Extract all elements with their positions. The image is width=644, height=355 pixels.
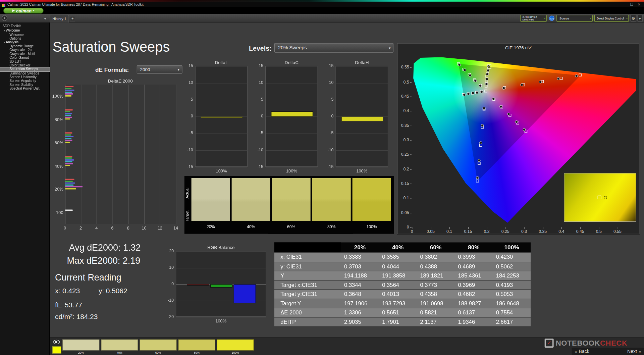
x-tick-mark <box>468 227 468 229</box>
y-tick-mark <box>410 111 412 111</box>
y-tick-mark <box>410 198 412 199</box>
table-cell: 0.3993 <box>455 253 493 261</box>
history-swatch-100[interactable] <box>217 339 254 350</box>
x-tick-label: 4 <box>92 225 101 231</box>
de-formula-dropdown[interactable]: 2000 ▾ <box>137 65 182 73</box>
table-header-row: 20%40%60%80%100% <box>274 242 531 252</box>
table-cell: 0.4230 <box>493 253 531 261</box>
levels-dropdown[interactable]: 20% Sweeps ▾ <box>274 43 393 53</box>
de-bar-60-green <box>65 134 71 136</box>
next-button[interactable]: Next » <box>627 348 641 355</box>
table-cell: 2.6617 <box>493 317 531 326</box>
table-cell: 0.4193 <box>493 281 531 289</box>
x-tick-label: 0.45 <box>574 229 586 234</box>
history-swatch-60[interactable] <box>140 339 176 350</box>
table-cell: 191.3858 <box>379 271 417 280</box>
levels-label: Levels: <box>249 45 272 52</box>
source-button[interactable]: Source ▾ <box>556 15 593 22</box>
meter-button[interactable]: X-Rite i1Pro 2 Direct View ▾ <box>520 15 546 22</box>
table-cell: 0.5053 <box>493 290 531 298</box>
gridline <box>196 167 247 167</box>
y-tick-label: 0.25 <box>398 152 409 156</box>
sidebar-item-welcome[interactable]: Welcome <box>0 33 50 36</box>
minimize-button[interactable]: – <box>620 2 628 7</box>
deltae-2000-chart: DeltaE 2000 02468101214100%80%60%40%20%1… <box>45 79 187 237</box>
target-point-red-80 <box>560 77 563 80</box>
saturation-swatch-20 <box>192 178 230 221</box>
de-bar-80-blue <box>65 113 72 114</box>
close-button[interactable]: ✕ <box>635 2 643 7</box>
y-tick-mark <box>410 140 412 141</box>
chevron-down-icon: ▾ <box>389 46 391 50</box>
notebookcheck-text: NOTEBOOKCHECK <box>556 339 628 348</box>
table-cell: 185.4361 <box>455 271 493 280</box>
table-cell: 0.4358 <box>417 290 455 298</box>
table-row-target-y: Target Y197.1906193.7293191.0698188.9827… <box>274 299 531 308</box>
sidebar-collapse-button[interactable]: ◂ <box>42 16 48 21</box>
y-tick-label: -15 <box>323 164 334 169</box>
sidebar-header: SDR Toolkit <box>2 24 20 28</box>
table-cell: 0.5062 <box>493 262 531 271</box>
de-bar-100-yellow <box>65 95 71 96</box>
expander-icon[interactable]: ▾ <box>4 30 5 32</box>
history-swatch-20[interactable] <box>62 339 99 350</box>
measured-point-yellow-80 <box>487 69 490 72</box>
measured-point-green-40 <box>474 79 477 82</box>
table-cell: 0.5651 <box>379 308 417 317</box>
swatch-label-20: 20% <box>192 224 230 229</box>
table-col-header-60: 60% <box>417 242 455 252</box>
de-bar-100-green <box>65 88 71 89</box>
target-point-red-100 <box>579 74 582 77</box>
x-tick-label: 2 <box>76 225 86 231</box>
x-tick-label: 0.55 <box>612 229 623 234</box>
app-window: Calman 2022 Calman Ultimate for Business… <box>0 0 644 355</box>
y-axis-label: 60% <box>45 140 63 145</box>
maximize-button[interactable]: ☐ <box>628 2 635 7</box>
measured-point-cyan-100 <box>463 93 466 96</box>
measured-point-green-60 <box>469 74 472 77</box>
calman-logo-button[interactable]: calman ▾ <box>3 8 44 13</box>
settings-gear-button[interactable]: ⚙ <box>631 15 636 22</box>
tab-history-1[interactable]: History 1 <box>50 15 69 22</box>
x-tick-label: 0.1 <box>443 229 455 234</box>
history-swatch-label-100: 100% <box>217 351 254 354</box>
x-tick-label: 0 <box>406 229 418 234</box>
y-tick-mark <box>410 184 412 184</box>
x-tick-mark <box>487 227 487 229</box>
de-bar-20-magenta <box>65 186 83 188</box>
sidebar-group-welcome[interactable]: ▾Welcome <box>0 29 50 33</box>
table-row-y-cie31: y: CIE310.37030.40440.43880.46890.5062 <box>274 262 531 271</box>
inset-measured-marker <box>604 196 607 199</box>
panel-expand-button[interactable]: ▸ <box>637 15 643 22</box>
preview-toggle[interactable] <box>52 339 61 346</box>
navigation-bar: « Back Next » <box>572 348 644 355</box>
sidebar-item-spectral-power-dist[interactable]: Spectral Power Dist. <box>0 87 50 91</box>
back-button[interactable]: « Back <box>575 348 589 355</box>
current-reading-dot <box>488 66 490 68</box>
y-tick-label: 0.45 <box>398 94 409 98</box>
history-swatch-80[interactable] <box>178 339 215 350</box>
plot-area <box>176 251 266 317</box>
sidebar-item-color-gamut[interactable]: Color Gamut <box>0 56 50 60</box>
back-label: Back <box>579 348 589 355</box>
de-bar-80-yellow <box>65 118 70 120</box>
home-button[interactable] <box>2 15 7 21</box>
new-tab-button[interactable]: + <box>70 16 75 21</box>
calman-play-icon <box>12 9 15 12</box>
x-category-label: 100% <box>265 168 318 173</box>
chart-title: RGB Balance <box>176 245 266 250</box>
saturation-swatch-100 <box>353 178 391 221</box>
expander-icon[interactable]: ▾ <box>4 41 5 44</box>
y-tick-mark <box>410 227 412 227</box>
display-control-button[interactable]: Direct Display Control ▾ <box>594 15 629 22</box>
sidebar-tree: ▾WelcomeWelcomeOptions▾AnalysisDynamic R… <box>0 29 50 91</box>
table-cell: 0.3802 <box>417 253 455 261</box>
x-tick-mark <box>543 227 543 229</box>
y-axis-label: 40% <box>45 163 63 168</box>
y-tick-label: 0.55 <box>398 65 409 69</box>
history-swatch-40[interactable] <box>101 339 138 350</box>
home-icon <box>4 17 5 19</box>
table-cell: 197.1906 <box>341 299 379 308</box>
y-tick-label: 10 <box>183 80 193 85</box>
measured-point-blue-80 <box>478 159 481 162</box>
